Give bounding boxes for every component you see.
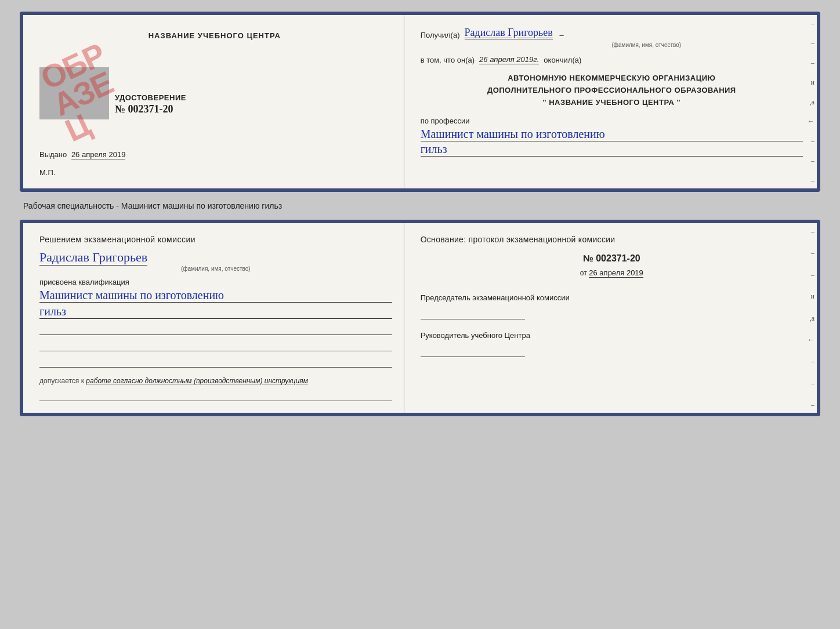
brv-dash-1: – <box>803 228 814 235</box>
rv-dash-5: – <box>803 157 814 164</box>
vidano-label: Выдано <box>39 150 67 159</box>
rv-dash-arrow: ← <box>803 118 814 125</box>
fio-sub-top: (фамилия, имя, отчество) <box>490 42 803 48</box>
osnovanie-title: Основание: протокол экзаменационной коми… <box>421 235 803 244</box>
rv-dash-а: ,а <box>803 99 814 106</box>
rukovoditel-signature-line <box>421 343 525 357</box>
bottom-doc-left: Решением экзаменационной комиссии Радисл… <box>23 223 404 413</box>
rv-dash-2: – <box>803 39 814 46</box>
vidano-date: 26 апреля 2019 <box>71 150 126 159</box>
blank-line-2 <box>39 340 392 351</box>
brv-dash-6: – <box>803 401 814 408</box>
professiya-name2: гильз <box>421 143 803 157</box>
brv-dash-5: – <box>803 380 814 387</box>
rv-dash-3: – <box>803 59 814 66</box>
vtom-date: 26 апреля 2019г. <box>479 55 539 64</box>
top-doc-left: НАЗВАНИЕ УЧЕБНОГО ЦЕНТРА ОБРАЗЕЦ УДОСТОВ… <box>23 15 404 188</box>
bottom-doc-right: Основание: протокол экзаменационной коми… <box>404 223 817 413</box>
blank-line-1 <box>39 323 392 335</box>
rv-dash-4: – <box>803 137 814 144</box>
brv-dash-и: и <box>803 293 814 300</box>
professiya-name: Машинист машины по изготовлению <box>421 128 803 141</box>
bottom-document: Решением экзаменационной комиссии Радисл… <box>20 220 820 416</box>
top-document: НАЗВАНИЕ УЧЕБНОГО ЦЕНТРА ОБРАЗЕЦ УДОСТОВ… <box>20 12 820 192</box>
dopuskaetsya-label: допускается к <box>39 377 84 385</box>
bottom-fio-name: Радислав Григорьев <box>39 250 147 266</box>
po-professii-label: по профессии <box>421 117 803 125</box>
dash-separator: – <box>557 31 564 39</box>
brv-dash-4: – <box>803 358 814 365</box>
right-vertical-lines: – – – и ,а ← – – – <box>801 15 817 188</box>
org-line1: АВТОНОМНУЮ НЕКОММЕРЧЕСКУЮ ОРГАНИЗАЦИЮ <box>421 72 803 85</box>
org-line3: " НАЗВАНИЕ УЧЕБНОГО ЦЕНТРА " <box>421 97 803 109</box>
vtom-label: в том, что он(а) <box>421 56 475 64</box>
blank-line-3 <box>39 356 392 368</box>
rv-dash-6: – <box>803 177 814 184</box>
mp-label: М.П. <box>39 168 390 177</box>
prisvoena-label: присвоена квалификация <box>39 278 392 286</box>
ot-date-row: от 26 апреля 2019 <box>421 268 803 277</box>
protocol-num: № 002371-20 <box>421 253 803 264</box>
vidano-row: Выдано 26 апреля 2019 <box>39 150 390 159</box>
predsedatel-label: Председатель экзаменационной комиссии <box>421 293 570 302</box>
udostoverenie-block: УДОСТОВЕРЕНИЕ № 002371-20 <box>115 93 390 115</box>
bottom-fio-block: Радислав Григорьев <box>39 250 392 266</box>
poluchil-label: Получил(а) <box>421 31 460 39</box>
ot-date: 26 апреля 2019 <box>589 268 643 278</box>
top-left-title: НАЗВАНИЕ УЧЕБНОГО ЦЕНТРА <box>39 31 390 40</box>
brv-dash-arrow: ← <box>803 336 814 343</box>
kval-name2: гильз <box>39 305 392 319</box>
org-block: АВТОНОМНУЮ НЕКОММЕРЧЕСКУЮ ОРГАНИЗАЦИЮ ДО… <box>421 72 803 108</box>
photo-placeholder <box>39 67 109 119</box>
dopuskaetsya-value: работе согласно должностным (производств… <box>86 377 308 385</box>
vtom-okonchil: окончил(а) <box>544 56 581 64</box>
brv-dash-2: – <box>803 249 814 256</box>
separator-label: Рабочая специальность - Машинист машины … <box>23 201 282 210</box>
poluchil-row: Получил(а) Радислав Григорьев – <box>421 27 803 39</box>
kval-name: Машинист машины по изготовлению <box>39 289 392 303</box>
resheniem-title: Решением экзаменационной комиссии <box>39 235 392 244</box>
udostoverenie-number: № 002371-20 <box>115 103 173 115</box>
vtom-row: в том, что он(а) 26 апреля 2019г. окончи… <box>421 55 803 64</box>
predsedatel-block: Председатель экзаменационной комиссии <box>421 293 803 319</box>
blank-line-4 <box>39 390 392 401</box>
rukovoditel-label: Руководитель учебного Центра <box>421 331 530 340</box>
top-doc-right: Получил(а) Радислав Григорьев – (фамилия… <box>404 15 817 188</box>
rukovoditel-block: Руководитель учебного Центра <box>421 331 803 357</box>
org-line2: ДОПОЛНИТЕЛЬНОГО ПРОФЕССИОНАЛЬНОГО ОБРАЗО… <box>421 85 803 97</box>
udostoverenie-label: УДОСТОВЕРЕНИЕ <box>115 93 186 102</box>
predsedatel-signature-line <box>421 306 525 319</box>
rv-dash-и: и <box>803 79 814 86</box>
rv-dash-1: – <box>803 20 814 27</box>
ot-label: от <box>580 269 587 277</box>
poluchil-name: Радислав Григорьев <box>465 27 553 39</box>
bottom-fio-sub: (фамилия, имя, отчество) <box>39 266 392 272</box>
dopuskaetsya-row: допускается к работе согласно должностны… <box>39 377 392 385</box>
brv-dash-3: – <box>803 271 814 278</box>
brv-dash-а: ,а <box>803 315 814 322</box>
bottom-right-vertical-lines: – – – и ,а ← – – – <box>801 223 817 413</box>
